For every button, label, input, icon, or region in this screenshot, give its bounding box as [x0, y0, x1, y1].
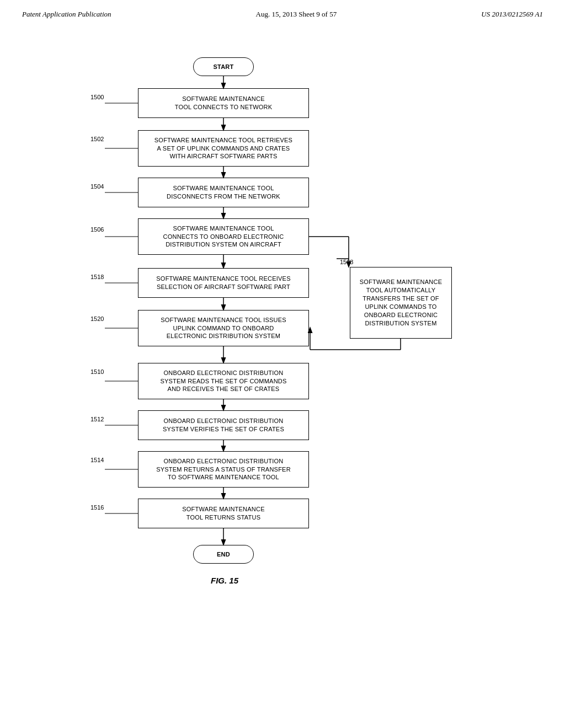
end-node: END: [193, 545, 254, 564]
box-1500: SOFTWARE MAINTENANCE TOOL CONNECTS TO NE…: [138, 88, 309, 118]
box-1520: SOFTWARE MAINTENANCE TOOL ISSUES UPLINK …: [138, 310, 309, 346]
box-1506: SOFTWARE MAINTENANCE TOOL CONNECTS TO ON…: [138, 218, 309, 255]
figure-caption: FIG. 15: [183, 576, 266, 585]
box-1514: ONBOARD ELECTRONIC DISTRIBUTION SYSTEM R…: [138, 451, 309, 488]
label-1504: 1504: [90, 183, 104, 190]
start-node: START: [193, 57, 254, 76]
box-1504: SOFTWARE MAINTENANCE TOOL DISCONNECTS FR…: [138, 178, 309, 207]
label-1520: 1520: [90, 315, 104, 322]
header-center: Aug. 15, 2013 Sheet 9 of 57: [256, 10, 337, 19]
label-1510: 1510: [90, 368, 104, 375]
header-left: Patent Application Publication: [22, 10, 111, 19]
box-1512: ONBOARD ELECTRONIC DISTRIBUTION SYSTEM V…: [138, 410, 309, 440]
box-1502: SOFTWARE MAINTENANCE TOOL RETRIEVES A SE…: [138, 130, 309, 167]
label-1512: 1512: [90, 416, 104, 422]
box-1518: SOFTWARE MAINTENANCE TOOL RECEIVES SELEC…: [138, 268, 309, 298]
box-1508: SOFTWARE MAINTENANCE TOOL AUTOMATICALLY …: [350, 267, 452, 339]
label-1500: 1500: [90, 94, 104, 100]
label-1502: 1502: [90, 136, 104, 142]
label-1506: 1506: [90, 226, 104, 233]
label-1514: 1514: [90, 457, 104, 463]
box-1510: ONBOARD ELECTRONIC DISTRIBUTION SYSTEM R…: [138, 363, 309, 399]
label-1518: 1518: [90, 274, 104, 280]
label-1508: 1508: [340, 259, 353, 265]
label-1516: 1516: [90, 504, 104, 511]
box-1516: SOFTWARE MAINTENANCE TOOL RETURNS STATUS: [138, 499, 309, 528]
header-right: US 2013/0212569 A1: [481, 10, 543, 19]
flowchart-diagram: START 1500 SOFTWARE MAINTENANCE TOOL CON…: [56, 41, 509, 675]
page-header: Patent Application Publication Aug. 15, …: [0, 0, 565, 19]
